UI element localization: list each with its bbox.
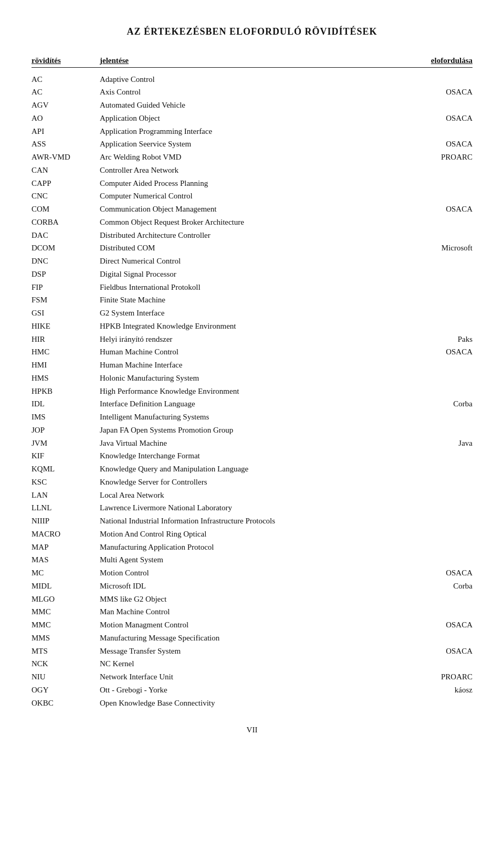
table-row: AGVAutomated Guided Vehicle <box>32 99 472 112</box>
table-row: CORBACommon Object Request Broker Archit… <box>32 216 472 229</box>
abbr-meaning: HPKB Integrated Knowledge Environment <box>100 321 388 332</box>
abbr-occurrence <box>388 490 472 501</box>
abbr-meaning: Ott - Grebogi - Yorke <box>100 685 388 696</box>
abbr-abbreviation: AWR-VMD <box>32 152 100 163</box>
abbr-abbreviation: CAPP <box>32 178 100 190</box>
table-row: DSPDigital Signal Processor <box>32 268 472 281</box>
abbr-occurrence <box>388 230 472 242</box>
abbr-occurrence: OSACA <box>388 139 472 150</box>
abbr-abbreviation: DNC <box>32 256 100 267</box>
abbr-occurrence: Corba <box>388 398 472 410</box>
table-row: ASSApplication Seervice SystemOSACA <box>32 138 472 151</box>
abbr-meaning: Digital Signal Processor <box>100 269 388 280</box>
abbr-occurrence <box>388 554 472 566</box>
abbr-occurrence <box>388 178 472 190</box>
abbr-meaning: Distributed Architecture Controller <box>100 230 388 242</box>
table-row: FIPFieldbus International Protokoll <box>32 281 472 294</box>
abbr-abbreviation: MMC <box>32 620 100 631</box>
table-row: AOApplication ObjectOSACA <box>32 112 472 125</box>
abbr-meaning: Distributed COM <box>100 243 388 254</box>
abbr-occurrence <box>388 269 472 280</box>
abbr-meaning: Application Seervice System <box>100 139 388 150</box>
table-row: COMCommunication Object ManagementOSACA <box>32 203 472 216</box>
abbr-occurrence <box>388 74 472 86</box>
abbr-abbreviation: MMC <box>32 606 100 618</box>
abbr-abbreviation: JVM <box>32 438 100 449</box>
abbr-occurrence: PROARC <box>388 152 472 163</box>
abbr-occurrence <box>388 477 472 488</box>
abbr-abbreviation: IDL <box>32 398 100 410</box>
abbr-occurrence: OSACA <box>388 87 472 98</box>
abbr-occurrence <box>388 308 472 319</box>
abbr-meaning: High Performance Knowledge Environment <box>100 386 388 397</box>
table-row: GSIG2 System Interface <box>32 307 472 320</box>
abbr-occurrence <box>388 425 472 436</box>
abbr-meaning: Local Area Network <box>100 490 388 501</box>
abbr-abbreviation: IMS <box>32 412 100 423</box>
abbr-abbreviation: API <box>32 126 100 138</box>
abbreviations-table: ACAdaptive ControlACAxis ControlOSACAAGV… <box>32 73 472 710</box>
abbr-abbreviation: AC <box>32 74 100 86</box>
abbr-meaning: Automated Guided Vehicle <box>100 100 388 111</box>
abbr-occurrence <box>388 698 472 709</box>
abbr-occurrence <box>388 464 472 475</box>
abbr-meaning: Lawrence Livermore National Laboratory <box>100 502 388 514</box>
abbr-abbreviation: MMS <box>32 633 100 644</box>
abbr-abbreviation: LAN <box>32 490 100 501</box>
table-row: MTSMessage Transfer SystemOSACA <box>32 645 472 658</box>
table-row: LANLocal Area Network <box>32 489 472 502</box>
table-row: IDLInterface Definition LanguageCorba <box>32 398 472 411</box>
abbr-abbreviation: NIIIP <box>32 516 100 527</box>
abbr-meaning: Communication Object Management <box>100 204 388 215</box>
table-row: ACAdaptive Control <box>32 73 472 86</box>
header-abbr: rövidítés <box>32 56 100 65</box>
abbr-abbreviation: NCK <box>32 658 100 670</box>
abbr-occurrence: OSACA <box>388 620 472 631</box>
abbr-occurrence <box>388 516 472 527</box>
table-row: NCKNC Kernel <box>32 658 472 671</box>
abbr-occurrence <box>388 542 472 553</box>
abbr-abbreviation: NIU <box>32 671 100 683</box>
table-row: JVMJava Virtual MachineJava <box>32 437 472 450</box>
abbr-occurrence <box>388 373 472 384</box>
abbr-meaning: Knowledge Query and Manipulation Languag… <box>100 464 388 475</box>
abbr-abbreviation: HIKE <box>32 321 100 332</box>
abbr-occurrence <box>388 386 472 397</box>
abbr-abbreviation: KIF <box>32 450 100 462</box>
table-row: KIFKnowledge Interchange Format <box>32 450 472 463</box>
table-row: DACDistributed Architecture Controller <box>32 229 472 242</box>
abbr-abbreviation: FIP <box>32 282 100 293</box>
abbr-meaning: Manufacturing Message Specification <box>100 633 388 644</box>
abbr-occurrence <box>388 191 472 202</box>
table-row: MCMotion ControlOSACA <box>32 567 472 580</box>
table-row: OKBCOpen Knowledge Base Connectivity <box>32 697 472 710</box>
abbr-meaning: MMS like G2 Object <box>100 594 388 605</box>
abbr-meaning: Motion Managment Control <box>100 620 388 631</box>
abbr-meaning: Man Machine Control <box>100 606 388 618</box>
abbr-occurrence <box>388 100 472 111</box>
table-row: MIDLMicrosoft IDLCorba <box>32 580 472 593</box>
abbr-abbreviation: MAP <box>32 542 100 553</box>
abbr-occurrence: OSACA <box>388 204 472 215</box>
abbr-abbreviation: JOP <box>32 425 100 436</box>
abbr-abbreviation: AO <box>32 113 100 124</box>
abbr-abbreviation: CAN <box>32 165 100 176</box>
abbr-abbreviation: FSM <box>32 295 100 306</box>
abbr-meaning: Computer Numerical Control <box>100 191 388 202</box>
abbr-abbreviation: MACRO <box>32 529 100 540</box>
table-row: IMSIntelligent Manufacturing Systems <box>32 411 472 424</box>
abbr-meaning: Japan FA Open Systems Promotion Group <box>100 425 388 436</box>
abbr-meaning: Common Object Request Broker Architectur… <box>100 217 388 228</box>
abbr-occurrence <box>388 502 472 514</box>
table-row: HIKEHPKB Integrated Knowledge Environmen… <box>32 320 472 333</box>
abbr-occurrence: OSACA <box>388 113 472 124</box>
table-row: MLGOMMS like G2 Object <box>32 593 472 606</box>
abbr-meaning: Arc Welding Robot VMD <box>100 152 388 163</box>
table-row: KQMLKnowledge Query and Manipulation Lan… <box>32 463 472 476</box>
table-row: MMCMan Machine Control <box>32 606 472 619</box>
abbr-meaning: Intelligent Manufacturing Systems <box>100 412 388 423</box>
table-row: NIIIPNational Industrial Information Inf… <box>32 515 472 528</box>
abbr-occurrence: OSACA <box>388 346 472 358</box>
table-row: MASMulti Agent System <box>32 554 472 567</box>
abbr-occurrence <box>388 217 472 228</box>
